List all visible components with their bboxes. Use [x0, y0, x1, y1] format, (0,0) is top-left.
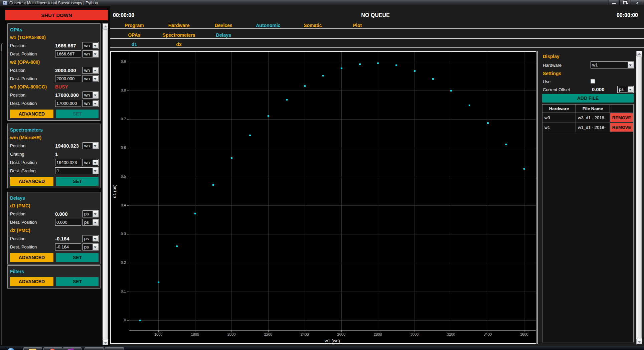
advanced-button[interactable]: ADVANCED — [10, 110, 53, 118]
units-select[interactable]: wn — [83, 50, 99, 57]
close-button[interactable]: x — [631, 0, 644, 5]
gridline-y — [129, 205, 536, 206]
units-select[interactable]: ps — [83, 210, 99, 217]
tick-label-x: 1600 — [148, 332, 168, 336]
group-delays: Delaysd1 (PMC)Position0.000psDest. Posit… — [7, 192, 101, 265]
hardware-select[interactable]: w1 — [591, 61, 634, 68]
plot-widget: 1600180020002200240026002800300032003400… — [110, 51, 536, 344]
tab-hardware[interactable]: Hardware — [168, 23, 190, 28]
chevron-down-icon — [93, 244, 98, 250]
tick-label-y: 0.2 — [113, 260, 126, 265]
field-label: Position — [10, 43, 55, 48]
chevron-down-icon — [93, 67, 98, 73]
units-select[interactable]: wn — [83, 75, 99, 82]
device-name: wm (MicroHR) — [10, 134, 99, 142]
tab-d1[interactable]: d1 — [132, 42, 137, 47]
settings-header: Settings — [543, 71, 561, 76]
column-header — [610, 105, 633, 113]
destination-input[interactable]: 2000.000 — [55, 75, 81, 82]
purple-shape-icon — [68, 348, 75, 350]
taskbar-item-window[interactable] — [85, 347, 104, 350]
advanced-button[interactable]: ADVANCED — [10, 277, 53, 286]
set-button[interactable]: SET — [56, 277, 99, 286]
shutdown-button[interactable]: SHUT DOWN — [5, 10, 108, 20]
units-select[interactable]: ps — [83, 219, 99, 226]
taskbar — [0, 346, 644, 350]
tab-delays[interactable]: Delays — [216, 32, 231, 38]
tab-separator — [110, 38, 644, 39]
yellow-folder-icon — [29, 349, 36, 350]
dest-position-row: Dest. Position19400.023wn — [10, 158, 99, 167]
taskbar-item-blue-orb[interactable] — [7, 347, 22, 350]
field-label: Grating — [10, 152, 55, 157]
tab-plot[interactable]: Plot — [353, 23, 362, 28]
set-button[interactable]: SET — [56, 253, 99, 262]
device-name: w3 (OPA-800CG)BUSY — [10, 83, 99, 91]
position-value: -0.164 — [55, 236, 81, 241]
group-filters: FiltersADVANCEDSET — [7, 265, 101, 289]
tick-label-x: 2200 — [258, 332, 278, 336]
destination-input[interactable]: 17000.000 — [55, 100, 81, 107]
scroll-down-button[interactable] — [103, 340, 108, 345]
app-icon — [3, 1, 7, 5]
destination-input[interactable]: -0.164 — [55, 243, 81, 250]
units-select[interactable]: wn — [83, 42, 99, 49]
add-file-button[interactable]: ADD FILE — [542, 94, 634, 103]
units-select[interactable]: wn — [83, 67, 99, 74]
units-select[interactable]: wn — [83, 142, 99, 149]
queue-status: NO QUEUE — [361, 12, 389, 18]
taskbar-item-window[interactable] — [105, 347, 124, 350]
file-row-actions: REMOVE — [610, 113, 633, 122]
scroll-down-button[interactable] — [636, 339, 642, 344]
units-select[interactable]: ps — [83, 235, 99, 242]
set-button[interactable]: SET — [56, 177, 99, 186]
screen: Coherent Multidimensional Spectroscopy |… — [0, 0, 644, 350]
scatter-point — [505, 144, 507, 145]
hardware-select-value: w1 — [592, 62, 598, 67]
units-select[interactable]: 1 — [55, 167, 99, 174]
taskbar-item-purple-shape[interactable] — [63, 347, 82, 350]
advanced-button[interactable]: ADVANCED — [10, 177, 53, 186]
tick-label-x: 2800 — [368, 332, 388, 336]
position-value: 19400.023 — [55, 143, 81, 149]
gridline-y — [129, 91, 536, 91]
units-select[interactable]: wn — [83, 92, 99, 99]
remove-button[interactable]: REMOVE — [610, 113, 633, 122]
remove-button[interactable]: REMOVE — [610, 123, 633, 132]
tab-spectrometers[interactable]: Spectrometers — [163, 32, 195, 38]
splitter-handle[interactable] — [537, 51, 538, 344]
advanced-button[interactable]: ADVANCED — [10, 253, 53, 262]
tab-somatic[interactable]: Somatic — [304, 23, 322, 28]
scrollbar-thumb[interactable] — [637, 57, 642, 338]
chevron-down-icon — [628, 86, 633, 92]
taskbar-item-red-disc[interactable] — [43, 347, 62, 350]
tab-d2[interactable]: d2 — [176, 42, 181, 47]
dest-position-row: Dest. Position2000.000wn — [10, 74, 99, 83]
tab-autonomic[interactable]: Autonomic — [256, 23, 280, 28]
minimize-button[interactable] — [609, 0, 619, 5]
tab-devices[interactable]: Devices — [215, 23, 232, 28]
scroll-up-button[interactable] — [103, 23, 108, 29]
tab-opas[interactable]: OPAs — [128, 32, 140, 38]
tab-program[interactable]: Program — [125, 23, 144, 28]
tab-separator — [110, 28, 644, 29]
restore-button[interactable] — [619, 0, 630, 5]
units-select[interactable]: ps — [83, 243, 99, 250]
scrollbar-thumb[interactable] — [103, 29, 108, 339]
destination-input[interactable]: 0.000 — [55, 219, 81, 226]
units-select[interactable]: wn — [83, 159, 99, 166]
chevron-down-icon — [93, 160, 98, 165]
scatter-point — [212, 184, 214, 186]
field-label: Dest. Position — [10, 220, 55, 225]
gridline-y — [129, 148, 536, 148]
destination-input[interactable]: 1666.667 — [55, 50, 81, 57]
use-checkbox[interactable] — [591, 79, 595, 83]
tick-label-y: 0.3 — [113, 232, 126, 236]
scroll-up-button[interactable] — [636, 51, 642, 56]
taskbar-item-yellow-folder[interactable] — [23, 347, 42, 350]
offset-units-select[interactable]: ps — [617, 86, 634, 93]
destination-input[interactable]: 19400.023 — [55, 159, 81, 166]
units-select[interactable]: wn — [83, 100, 99, 107]
set-button[interactable]: SET — [56, 110, 99, 118]
position-value: 2000.000 — [55, 67, 81, 73]
